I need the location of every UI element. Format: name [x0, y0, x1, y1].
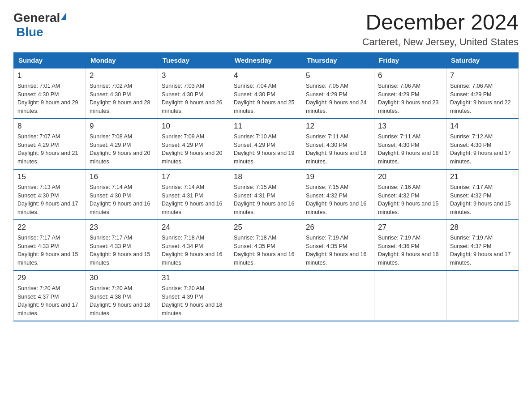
calendar-week-row: 15Sunrise: 7:13 AMSunset: 4:30 PMDayligh…	[14, 169, 519, 220]
day-number: 4	[234, 71, 298, 80]
calendar-header: SundayMondayTuesdayWednesdayThursdayFrid…	[14, 52, 519, 68]
day-number: 20	[378, 172, 442, 181]
day-info: Sunrise: 7:09 AMSunset: 4:29 PMDaylight:…	[162, 133, 226, 166]
day-info: Sunrise: 7:14 AMSunset: 4:30 PMDaylight:…	[90, 183, 154, 217]
day-number: 24	[162, 223, 226, 232]
day-info: Sunrise: 7:19 AMSunset: 4:37 PMDaylight:…	[450, 234, 515, 267]
day-number: 31	[162, 274, 226, 283]
calendar-cell: 3Sunrise: 7:03 AMSunset: 4:30 PMDaylight…	[158, 68, 230, 119]
day-info: Sunrise: 7:11 AMSunset: 4:30 PMDaylight:…	[306, 133, 370, 166]
day-number: 19	[306, 172, 370, 181]
calendar-cell: 27Sunrise: 7:19 AMSunset: 4:36 PMDayligh…	[374, 220, 446, 270]
calendar-cell	[374, 270, 446, 321]
calendar-cell: 13Sunrise: 7:11 AMSunset: 4:30 PMDayligh…	[374, 119, 446, 169]
calendar-cell: 10Sunrise: 7:09 AMSunset: 4:29 PMDayligh…	[158, 119, 230, 169]
calendar-cell: 2Sunrise: 7:02 AMSunset: 4:30 PMDaylight…	[86, 68, 158, 119]
calendar-cell: 9Sunrise: 7:08 AMSunset: 4:29 PMDaylight…	[86, 119, 158, 169]
calendar-cell: 28Sunrise: 7:19 AMSunset: 4:37 PMDayligh…	[446, 220, 519, 270]
day-number: 23	[90, 223, 154, 232]
day-of-week-thursday: Thursday	[302, 52, 374, 68]
day-number: 10	[162, 122, 226, 131]
day-info: Sunrise: 7:05 AMSunset: 4:29 PMDaylight:…	[306, 82, 370, 116]
calendar-cell: 30Sunrise: 7:20 AMSunset: 4:38 PMDayligh…	[86, 270, 158, 321]
day-info: Sunrise: 7:18 AMSunset: 4:35 PMDaylight:…	[234, 234, 298, 267]
day-info: Sunrise: 7:19 AMSunset: 4:35 PMDaylight:…	[306, 234, 370, 267]
day-info: Sunrise: 7:01 AMSunset: 4:30 PMDaylight:…	[17, 82, 82, 116]
calendar-cell: 5Sunrise: 7:05 AMSunset: 4:29 PMDaylight…	[302, 68, 374, 119]
day-info: Sunrise: 7:13 AMSunset: 4:30 PMDaylight:…	[17, 183, 82, 217]
calendar-cell: 19Sunrise: 7:15 AMSunset: 4:32 PMDayligh…	[302, 169, 374, 220]
day-info: Sunrise: 7:07 AMSunset: 4:29 PMDaylight:…	[17, 133, 82, 166]
day-number: 7	[450, 71, 515, 80]
calendar-cell: 23Sunrise: 7:17 AMSunset: 4:33 PMDayligh…	[86, 220, 158, 270]
calendar-cell: 26Sunrise: 7:19 AMSunset: 4:35 PMDayligh…	[302, 220, 374, 270]
day-info: Sunrise: 7:06 AMSunset: 4:29 PMDaylight:…	[450, 82, 515, 116]
day-number: 14	[450, 122, 515, 131]
day-of-week-sunday: Sunday	[14, 52, 86, 68]
day-number: 26	[306, 223, 370, 232]
title-block: December 2024 Carteret, New Jersey, Unit…	[362, 11, 519, 48]
day-info: Sunrise: 7:02 AMSunset: 4:30 PMDaylight:…	[90, 82, 154, 116]
day-number: 13	[378, 122, 442, 131]
calendar-cell: 7Sunrise: 7:06 AMSunset: 4:29 PMDaylight…	[446, 68, 519, 119]
days-of-week-row: SundayMondayTuesdayWednesdayThursdayFrid…	[14, 52, 519, 68]
calendar-week-row: 1Sunrise: 7:01 AMSunset: 4:30 PMDaylight…	[14, 68, 519, 119]
logo-triangle-icon	[61, 13, 66, 20]
day-info: Sunrise: 7:20 AMSunset: 4:37 PMDaylight:…	[17, 284, 82, 318]
day-info: Sunrise: 7:20 AMSunset: 4:38 PMDaylight:…	[90, 284, 154, 318]
day-number: 1	[17, 71, 82, 80]
logo-general-text: General	[13, 11, 60, 25]
day-info: Sunrise: 7:12 AMSunset: 4:30 PMDaylight:…	[450, 133, 515, 166]
calendar-cell: 29Sunrise: 7:20 AMSunset: 4:37 PMDayligh…	[14, 270, 86, 321]
day-info: Sunrise: 7:10 AMSunset: 4:29 PMDaylight:…	[234, 133, 298, 166]
calendar-cell: 11Sunrise: 7:10 AMSunset: 4:29 PMDayligh…	[230, 119, 302, 169]
calendar-week-row: 8Sunrise: 7:07 AMSunset: 4:29 PMDaylight…	[14, 119, 519, 169]
calendar-title: December 2024	[362, 11, 519, 34]
day-number: 2	[90, 71, 154, 80]
calendar-cell: 12Sunrise: 7:11 AMSunset: 4:30 PMDayligh…	[302, 119, 374, 169]
calendar-cell: 31Sunrise: 7:20 AMSunset: 4:39 PMDayligh…	[158, 270, 230, 321]
logo: General Blue	[13, 11, 66, 39]
calendar-cell: 20Sunrise: 7:16 AMSunset: 4:32 PMDayligh…	[374, 169, 446, 220]
day-number: 21	[450, 172, 515, 181]
day-info: Sunrise: 7:17 AMSunset: 4:33 PMDaylight:…	[17, 234, 82, 267]
day-number: 5	[306, 71, 370, 80]
day-number: 9	[90, 122, 154, 131]
day-of-week-wednesday: Wednesday	[230, 52, 302, 68]
day-info: Sunrise: 7:15 AMSunset: 4:32 PMDaylight:…	[306, 183, 370, 217]
day-info: Sunrise: 7:20 AMSunset: 4:39 PMDaylight:…	[162, 284, 226, 318]
day-number: 12	[306, 122, 370, 131]
day-of-week-friday: Friday	[374, 52, 446, 68]
day-number: 17	[162, 172, 226, 181]
day-number: 3	[162, 71, 226, 80]
day-info: Sunrise: 7:15 AMSunset: 4:31 PMDaylight:…	[234, 183, 298, 217]
page-header: General Blue December 2024 Carteret, New…	[13, 11, 519, 48]
day-number: 29	[17, 274, 82, 283]
day-number: 11	[234, 122, 298, 131]
calendar-cell: 22Sunrise: 7:17 AMSunset: 4:33 PMDayligh…	[14, 220, 86, 270]
day-info: Sunrise: 7:19 AMSunset: 4:36 PMDaylight:…	[378, 234, 442, 267]
calendar-cell: 8Sunrise: 7:07 AMSunset: 4:29 PMDaylight…	[14, 119, 86, 169]
day-info: Sunrise: 7:08 AMSunset: 4:29 PMDaylight:…	[90, 133, 154, 166]
day-info: Sunrise: 7:17 AMSunset: 4:32 PMDaylight:…	[450, 183, 515, 217]
calendar-cell	[446, 270, 519, 321]
day-number: 6	[378, 71, 442, 80]
calendar-body: 1Sunrise: 7:01 AMSunset: 4:30 PMDaylight…	[14, 68, 519, 321]
calendar-cell: 21Sunrise: 7:17 AMSunset: 4:32 PMDayligh…	[446, 169, 519, 220]
calendar-cell: 14Sunrise: 7:12 AMSunset: 4:30 PMDayligh…	[446, 119, 519, 169]
day-number: 27	[378, 223, 442, 232]
calendar-cell: 1Sunrise: 7:01 AMSunset: 4:30 PMDaylight…	[14, 68, 86, 119]
day-number: 8	[17, 122, 82, 131]
logo-blue-text: Blue	[16, 25, 43, 39]
day-info: Sunrise: 7:11 AMSunset: 4:30 PMDaylight:…	[378, 133, 442, 166]
calendar-week-row: 29Sunrise: 7:20 AMSunset: 4:37 PMDayligh…	[14, 270, 519, 321]
day-info: Sunrise: 7:16 AMSunset: 4:32 PMDaylight:…	[378, 183, 442, 217]
calendar-week-row: 22Sunrise: 7:17 AMSunset: 4:33 PMDayligh…	[14, 220, 519, 270]
day-number: 16	[90, 172, 154, 181]
calendar-cell: 4Sunrise: 7:04 AMSunset: 4:30 PMDaylight…	[230, 68, 302, 119]
calendar-subtitle: Carteret, New Jersey, United States	[362, 36, 519, 48]
day-number: 30	[90, 274, 154, 283]
day-of-week-tuesday: Tuesday	[158, 52, 230, 68]
calendar-cell	[230, 270, 302, 321]
day-info: Sunrise: 7:14 AMSunset: 4:31 PMDaylight:…	[162, 183, 226, 217]
